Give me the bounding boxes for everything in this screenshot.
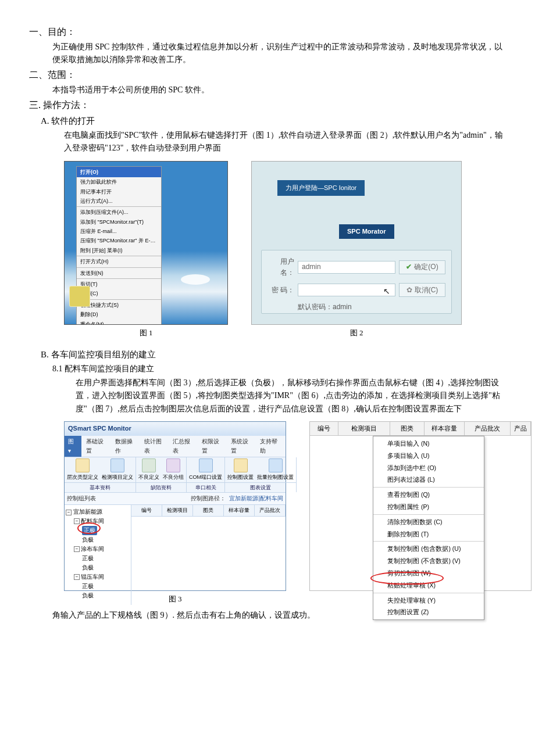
ctx-open[interactable]: 打开(O) <box>77 167 161 177</box>
tree-leaf[interactable]: 负极 <box>82 591 94 600</box>
ribbon-icon[interactable] <box>234 458 248 472</box>
figure-1-caption: 图 1 <box>140 327 153 339</box>
username-input[interactable]: admin <box>298 261 395 274</box>
ctx-item[interactable]: 复制控制图 (不含数据) (V) <box>373 555 484 567</box>
ctx-item[interactable]: 控制图属性 (P) <box>373 501 484 513</box>
menubar-item[interactable]: 权限设置 <box>198 436 227 457</box>
cancel-button[interactable]: ✿取消(C) <box>399 283 445 297</box>
ctx-item[interactable]: 发送到(N) <box>77 268 161 278</box>
tree-leaf[interactable]: 负极 <box>82 535 94 544</box>
ctx-item[interactable]: 压缩到 "SPCMonitor.rar" 并 E-mail <box>77 236 161 245</box>
tree-leaf[interactable]: 正极 <box>82 554 94 563</box>
menubar-item[interactable]: 基础设置 <box>83 436 112 457</box>
ribbon-icon[interactable] <box>76 458 90 472</box>
tree-toggle-icon[interactable]: − <box>74 546 80 552</box>
desktop-icon[interactable] <box>69 286 90 307</box>
grid-col[interactable]: 图类 <box>193 505 224 515</box>
grid-col[interactable]: 产品 <box>511 422 531 435</box>
menubar-item[interactable]: 系统设置 <box>227 436 256 457</box>
grid-col[interactable]: 编号 <box>131 505 162 515</box>
ribbon-icon[interactable] <box>269 458 283 472</box>
ctx-item[interactable]: 多项目输入 (U) <box>373 450 484 462</box>
cancel-button-label: 取消(C) <box>415 285 438 296</box>
ctx-item[interactable]: 打开方式(H) <box>77 257 161 266</box>
ctx-item[interactable]: 运行方式(A)... <box>77 196 161 206</box>
ribbon-icon[interactable] <box>142 458 156 472</box>
figure-4-window: 编号 检测项目 图类 样本容量 产品批次 产品 单项目输入 (N) 多项目输入 … <box>309 421 532 591</box>
highlight-oval <box>370 572 444 585</box>
grid-col[interactable]: 编号 <box>310 422 338 435</box>
grid-col[interactable]: 检测项目 <box>162 505 193 515</box>
ctx-item[interactable]: 清除控制图数据 (C) <box>373 516 484 528</box>
file-button[interactable]: 图 ▾ <box>65 436 81 457</box>
tree-leaf[interactable]: 正极 <box>82 582 94 591</box>
ctx-item[interactable]: 附到 [开始] 菜单(I) <box>77 246 161 255</box>
grid-col[interactable]: 检测项目 <box>338 422 390 435</box>
ribbon-label: 不良定义 <box>138 473 159 481</box>
tree-node[interactable]: 涂布车间 <box>81 544 104 554</box>
ok-button-label: 确定(O) <box>414 261 438 273</box>
ctx-item[interactable]: 图列表过滤器 (L) <box>373 474 484 486</box>
ribbon-label: 检测项目定义 <box>102 473 133 481</box>
menubar-item[interactable]: 汇总报表 <box>169 436 198 457</box>
ribbon-icon[interactable] <box>166 458 180 472</box>
figure-3-window: QSmart SPC Monitor 图 ▾ 基础设置 数据操作 统计图表 汇总… <box>64 421 286 591</box>
tree-node[interactable]: 辊压车间 <box>81 572 104 582</box>
ctx-item[interactable]: 复制控制图 (包含数据) (U) <box>373 543 484 555</box>
tree-leaf[interactable]: 负极 <box>82 563 94 572</box>
ctx-item[interactable]: 查看控制图 (Q) <box>373 489 484 501</box>
grid-col[interactable]: 样本容量 <box>224 505 255 515</box>
ctx-item[interactable]: 删除控制图 (T) <box>373 528 484 540</box>
heading-method: 三. 操作方法： <box>29 98 506 113</box>
nav-tree[interactable]: − 宜加新能源 − 配料车间 正极 负极 − 涂布车间 正极 负极 − 辊压车间… <box>65 505 131 605</box>
ribbon-icon[interactable] <box>199 458 213 472</box>
ribbon-label: COM端口设置 <box>189 473 222 481</box>
ctx-item[interactable]: 压缩并 E-mail... <box>77 227 161 236</box>
ctx-item[interactable]: 添加到 "SPCMonitor.rar"(T) <box>77 217 161 227</box>
login-banner: 力用户登陆—SPC Ionitor <box>277 180 365 196</box>
body-A: 在电脑桌面找到"SPC"软件，使用鼠标右键选择打开（图 1）,软件自动进入登录界… <box>64 129 506 155</box>
ctx-item-chart-settings[interactable]: 控制图设置 (Z) <box>373 606 484 618</box>
tree-toggle-icon[interactable]: − <box>74 574 80 580</box>
tree-toggle-icon[interactable]: − <box>66 510 72 515</box>
ctx-item[interactable]: 用记事本打开 <box>77 187 161 196</box>
path-row: 控制组列表 控制图路径： 宜加新能源|配料车间 <box>65 493 286 505</box>
tree-root[interactable]: 宜加新能源 <box>73 508 102 515</box>
context-menu[interactable]: 单项目输入 (N) 多项目输入 (U) 添加到选中栏 (O) 图列表过滤器 (L… <box>373 436 484 620</box>
ctx-item[interactable]: 重命名(M) <box>77 320 161 325</box>
ribbon-group-label: 缺陷资料 <box>136 482 186 492</box>
figure-3-caption: 图 3 <box>169 593 182 605</box>
ribbon-label: 控制图设置 <box>227 473 254 481</box>
control-group-list-label: 控制组列表 <box>67 494 96 503</box>
menubar-item[interactable]: 数据操作 <box>112 436 141 457</box>
ctx-item[interactable]: 添加到选中栏 (O) <box>373 462 484 474</box>
menubar-item[interactable]: 支持帮助 <box>256 436 286 457</box>
password-label: 密 码： <box>268 285 294 296</box>
username-label: 用户名： <box>268 256 294 278</box>
data-grid[interactable]: 编号 检测项目 图类 样本容量 产品批次 <box>131 505 286 605</box>
ribbon-label: 层次类型定义 <box>67 473 98 481</box>
grid-col[interactable]: 产品批次 <box>255 505 286 515</box>
ok-button[interactable]: ✔确定(O) <box>399 260 445 274</box>
grid-col[interactable]: 样本容量 <box>425 422 465 435</box>
ctx-item[interactable]: 单项目输入 (N) <box>373 438 484 450</box>
ctx-item[interactable]: 添加到压缩文件(A)... <box>77 207 161 217</box>
ribbon-label: 不良分组 <box>163 473 184 481</box>
heading-8-1: 8.1 配料车间监控项目的建立 <box>52 363 506 375</box>
heading-purpose: 一、目的： <box>29 24 506 40</box>
check-icon: ✔ <box>406 261 412 273</box>
heading-scope: 二、范围： <box>29 67 506 83</box>
password-input[interactable]: ↖ <box>298 284 395 296</box>
ribbon-icon[interactable] <box>110 458 124 472</box>
menubar-item[interactable]: 统计图表 <box>141 436 170 457</box>
grid-col[interactable]: 产品批次 <box>465 422 511 435</box>
grid-col[interactable]: 图类 <box>390 422 425 435</box>
tree-toggle-icon[interactable]: − <box>74 518 80 524</box>
ctx-item[interactable]: 失控处理审核 (Y) <box>373 594 484 607</box>
default-password-hint: 默认密码：admin <box>298 302 445 313</box>
ctx-item[interactable]: 强力卸载此软件 <box>77 177 161 187</box>
grid-header-row: 编号 检测项目 图类 样本容量 产品批次 <box>131 505 286 516</box>
ribbon-label: 批量控制图设置 <box>257 473 294 481</box>
cursor-icon: ↖ <box>383 285 390 298</box>
ctx-item[interactable]: 删除(D) <box>77 310 161 319</box>
